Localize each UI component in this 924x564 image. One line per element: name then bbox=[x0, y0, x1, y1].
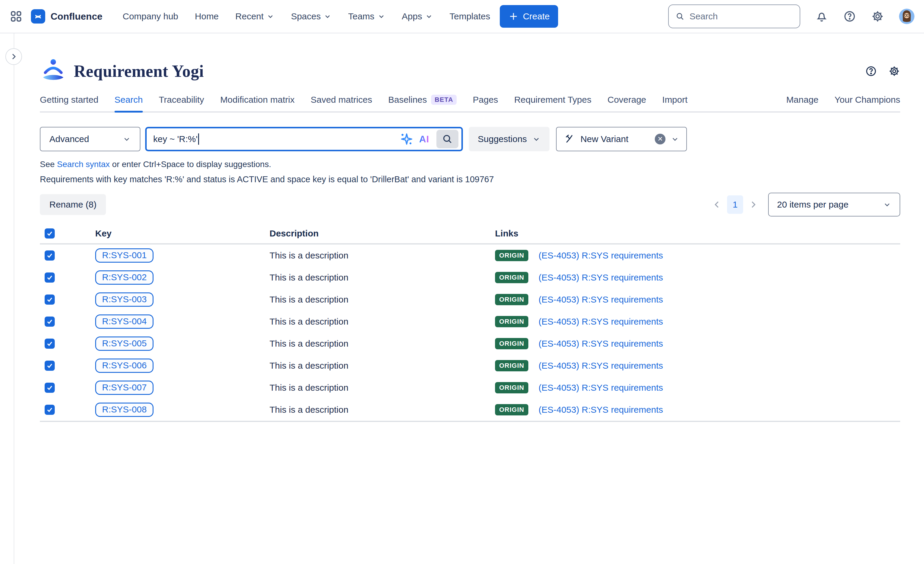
tab-manage[interactable]: Manage bbox=[786, 95, 818, 111]
app-settings-gear-icon[interactable] bbox=[888, 65, 900, 77]
nav-item-spaces[interactable]: Spaces bbox=[291, 11, 332, 21]
table-body: R:SYS-001 This is a description ORIGIN(E… bbox=[40, 245, 900, 422]
requirement-link[interactable]: (ES-4053) R:SYS requirements bbox=[538, 383, 663, 393]
origin-badge: ORIGIN bbox=[495, 338, 528, 349]
row-checkbox[interactable] bbox=[45, 383, 55, 393]
row-checkbox[interactable] bbox=[45, 250, 55, 260]
create-button[interactable]: Create bbox=[500, 5, 558, 28]
tab-import[interactable]: Import bbox=[662, 95, 687, 111]
page-title: Requirement Yogi bbox=[74, 62, 204, 81]
requirement-key-pill[interactable]: R:SYS-004 bbox=[95, 314, 153, 329]
nav-item-templates[interactable]: Templates bbox=[450, 11, 490, 21]
product-name[interactable]: Confluence bbox=[51, 11, 102, 22]
select-all-checkbox[interactable] bbox=[45, 229, 55, 239]
requirement-link[interactable]: (ES-4053) R:SYS requirements bbox=[538, 338, 663, 349]
suggestions-button[interactable]: Suggestions bbox=[469, 127, 549, 151]
nav-item-apps[interactable]: Apps bbox=[402, 11, 433, 21]
variant-select[interactable]: New Variant ✕ bbox=[556, 127, 687, 151]
requirement-link[interactable]: (ES-4053) R:SYS requirements bbox=[538, 317, 663, 327]
requirement-key-pill[interactable]: R:SYS-002 bbox=[95, 271, 153, 285]
nav-item-company-hub[interactable]: Company hub bbox=[123, 11, 178, 21]
page-number[interactable]: 1 bbox=[727, 196, 743, 214]
row-checkbox[interactable] bbox=[45, 338, 55, 349]
requirement-key-pill[interactable]: R:SYS-005 bbox=[95, 337, 153, 351]
search-mode-select[interactable]: Advanced bbox=[40, 127, 140, 151]
sidebar-expand-button[interactable] bbox=[5, 48, 22, 65]
pagination: 1 20 items per page bbox=[712, 193, 900, 217]
plus-icon bbox=[508, 11, 519, 22]
tab-requirement-types[interactable]: Requirement Types bbox=[514, 95, 591, 111]
requirement-key-pill[interactable]: R:SYS-008 bbox=[95, 403, 153, 417]
table-row: R:SYS-005 This is a description ORIGIN(E… bbox=[40, 332, 900, 355]
requirement-link[interactable]: (ES-4053) R:SYS requirements bbox=[538, 250, 663, 260]
table-row: R:SYS-004 This is a description ORIGIN(E… bbox=[40, 311, 900, 332]
query-input[interactable]: key ~ 'R:%' AI bbox=[145, 127, 463, 151]
tab-modification-matrix[interactable]: Modification matrix bbox=[220, 95, 294, 111]
ai-button[interactable]: AI bbox=[419, 134, 429, 145]
requirement-key-pill[interactable]: R:SYS-003 bbox=[95, 292, 153, 307]
prev-page-icon[interactable] bbox=[712, 200, 722, 209]
confluence-logo-icon[interactable] bbox=[31, 9, 45, 24]
row-checkbox[interactable] bbox=[45, 361, 55, 371]
run-search-button[interactable] bbox=[436, 130, 458, 148]
origin-badge: ORIGIN bbox=[495, 250, 528, 261]
table-row: R:SYS-002 This is a description ORIGIN(E… bbox=[40, 266, 900, 289]
tab-your-champions[interactable]: Your Champions bbox=[834, 95, 900, 111]
origin-badge: ORIGIN bbox=[495, 316, 528, 327]
next-page-icon[interactable] bbox=[748, 200, 758, 209]
beta-badge: BETA bbox=[431, 95, 457, 105]
requirement-description: This is a description bbox=[270, 250, 495, 260]
requirement-description: This is a description bbox=[270, 338, 495, 349]
requirement-description: This is a description bbox=[270, 405, 495, 415]
global-search[interactable] bbox=[668, 5, 800, 28]
search-syntax-link[interactable]: Search syntax bbox=[57, 159, 110, 169]
requirement-description: This is a description bbox=[270, 383, 495, 393]
items-per-page-select[interactable]: 20 items per page bbox=[768, 193, 900, 217]
requirement-link[interactable]: (ES-4053) R:SYS requirements bbox=[538, 272, 663, 283]
tab-baselines[interactable]: BaselinesBETA bbox=[388, 95, 457, 111]
help-icon[interactable] bbox=[843, 10, 856, 23]
settings-gear-icon[interactable] bbox=[871, 10, 884, 23]
nav-menu: Company hub Home Recent Spaces Teams App… bbox=[123, 11, 490, 21]
row-checkbox[interactable] bbox=[45, 272, 55, 283]
table-row: R:SYS-006 This is a description ORIGIN(E… bbox=[40, 355, 900, 377]
chevron-down-icon bbox=[324, 12, 332, 20]
clear-variant-icon[interactable]: ✕ bbox=[655, 134, 666, 144]
user-avatar[interactable] bbox=[899, 9, 915, 24]
tab-getting-started[interactable]: Getting started bbox=[40, 95, 99, 111]
app-help-icon[interactable] bbox=[865, 65, 877, 77]
nav-item-teams[interactable]: Teams bbox=[348, 11, 385, 21]
tab-search[interactable]: Search bbox=[114, 95, 143, 111]
results-toolbar: Rename (8) 1 20 items per page bbox=[40, 193, 900, 217]
table-row: R:SYS-001 This is a description ORIGIN(E… bbox=[40, 245, 900, 266]
chevron-down-icon bbox=[532, 135, 540, 143]
tab-saved-matrices[interactable]: Saved matrices bbox=[310, 95, 372, 111]
notifications-bell-icon[interactable] bbox=[815, 10, 828, 23]
requirement-key-pill[interactable]: R:SYS-007 bbox=[95, 381, 153, 395]
column-header-links: Links bbox=[495, 229, 900, 239]
variant-fork-icon bbox=[564, 134, 575, 145]
row-checkbox[interactable] bbox=[45, 317, 55, 327]
nav-item-home[interactable]: Home bbox=[195, 11, 219, 21]
requirement-key-pill[interactable]: R:SYS-006 bbox=[95, 358, 153, 373]
ai-sparkle-icon[interactable] bbox=[399, 132, 414, 146]
tab-traceability[interactable]: Traceability bbox=[159, 95, 204, 111]
row-checkbox[interactable] bbox=[45, 295, 55, 305]
origin-badge: ORIGIN bbox=[495, 382, 528, 393]
search-controls: Advanced key ~ 'R:%' AI Suggestions bbox=[40, 127, 900, 151]
requirement-description: This is a description bbox=[270, 272, 495, 283]
navbar-right bbox=[668, 5, 915, 28]
app-header-icons bbox=[865, 65, 900, 77]
nav-item-recent[interactable]: Recent bbox=[236, 11, 274, 21]
tab-coverage[interactable]: Coverage bbox=[608, 95, 646, 111]
tab-pages[interactable]: Pages bbox=[473, 95, 498, 111]
requirement-link[interactable]: (ES-4053) R:SYS requirements bbox=[538, 295, 663, 305]
app-switcher-icon[interactable] bbox=[9, 10, 22, 23]
requirement-key-pill[interactable]: R:SYS-001 bbox=[95, 248, 153, 263]
search-icon bbox=[442, 134, 453, 145]
row-checkbox[interactable] bbox=[45, 405, 55, 415]
rename-button[interactable]: Rename (8) bbox=[40, 194, 106, 215]
requirement-link[interactable]: (ES-4053) R:SYS requirements bbox=[538, 361, 663, 371]
global-search-input[interactable] bbox=[690, 11, 793, 21]
requirement-link[interactable]: (ES-4053) R:SYS requirements bbox=[538, 405, 663, 415]
